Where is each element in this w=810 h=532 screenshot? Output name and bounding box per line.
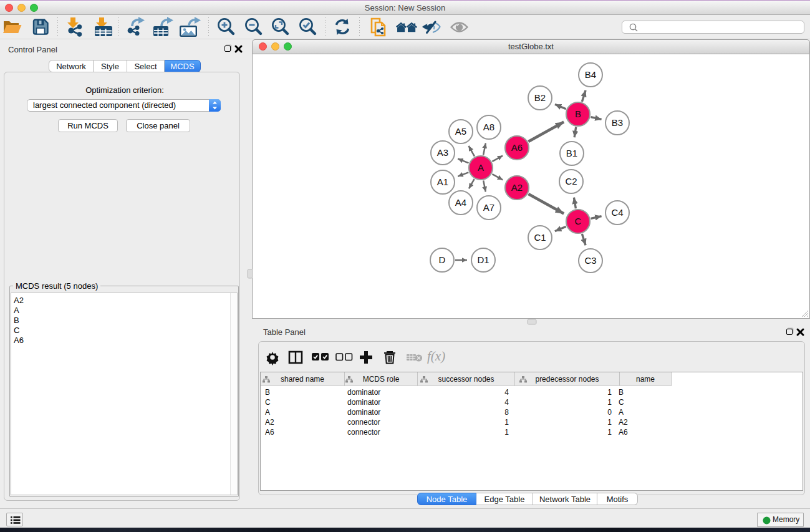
svg-text:C3: C3 — [584, 255, 596, 266]
svg-text:B: B — [575, 109, 581, 119]
svg-text:D: D — [439, 254, 446, 265]
svg-text:B4: B4 — [585, 69, 596, 80]
svg-text:C4: C4 — [611, 207, 623, 218]
svg-text:C1: C1 — [534, 232, 546, 243]
svg-text:A3: A3 — [437, 147, 448, 158]
svg-text:A1: A1 — [437, 177, 448, 187]
svg-text:A8: A8 — [483, 122, 494, 132]
svg-text:A6: A6 — [511, 142, 523, 153]
svg-text:A2: A2 — [511, 182, 523, 193]
svg-text:C: C — [575, 216, 582, 226]
svg-text:A4: A4 — [455, 197, 466, 208]
svg-text:A7: A7 — [483, 202, 494, 213]
svg-text:B2: B2 — [534, 92, 546, 103]
svg-text:C2: C2 — [565, 176, 577, 186]
svg-text:A5: A5 — [455, 126, 466, 137]
svg-text:B3: B3 — [612, 117, 623, 128]
svg-text:D1: D1 — [477, 254, 489, 265]
svg-text:A: A — [478, 162, 484, 173]
svg-text:B1: B1 — [566, 148, 577, 158]
